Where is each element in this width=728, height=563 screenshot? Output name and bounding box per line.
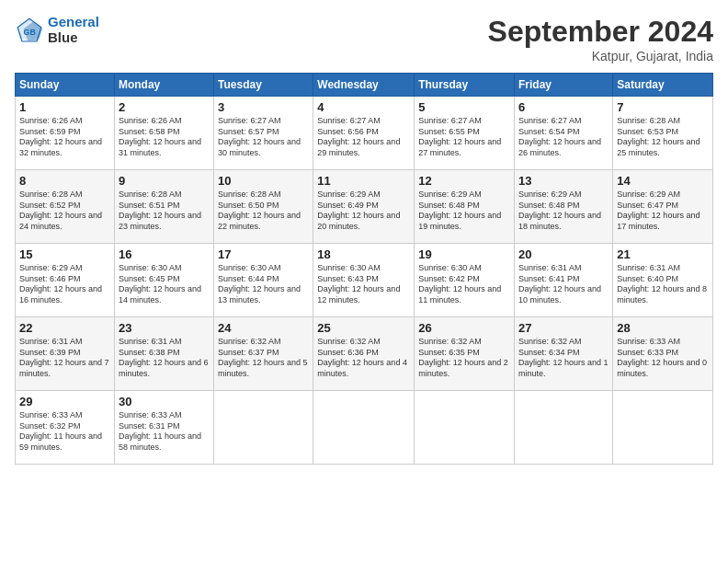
calendar-cell xyxy=(515,391,613,465)
day-info: Sunrise: 6:29 AM Sunset: 6:47 PM Dayligh… xyxy=(617,190,709,233)
logo-icon: GB xyxy=(15,16,44,45)
calendar-cell: 6 Sunrise: 6:27 AM Sunset: 6:54 PM Dayli… xyxy=(515,97,613,170)
calendar-cell: 30 Sunrise: 6:33 AM Sunset: 6:31 PM Dayl… xyxy=(114,391,213,465)
calendar-cell: 29 Sunrise: 6:33 AM Sunset: 6:32 PM Dayl… xyxy=(16,391,115,465)
day-info: Sunrise: 6:30 AM Sunset: 6:42 PM Dayligh… xyxy=(418,263,510,306)
day-info: Sunrise: 6:28 AM Sunset: 6:50 PM Dayligh… xyxy=(218,190,309,233)
calendar-cell: 21 Sunrise: 6:31 AM Sunset: 6:40 PM Dayl… xyxy=(613,244,713,317)
title-block: September 2024 Katpur, Gujarat, India xyxy=(488,15,713,63)
day-number: 13 xyxy=(518,174,609,188)
day-number: 19 xyxy=(418,247,510,261)
day-info: Sunrise: 6:27 AM Sunset: 6:56 PM Dayligh… xyxy=(317,116,410,159)
day-info: Sunrise: 6:29 AM Sunset: 6:48 PM Dayligh… xyxy=(418,190,510,233)
calendar-cell: 19 Sunrise: 6:30 AM Sunset: 6:42 PM Dayl… xyxy=(415,244,515,317)
location: Katpur, Gujarat, India xyxy=(488,49,713,63)
calendar-cell: 14 Sunrise: 6:29 AM Sunset: 6:47 PM Dayl… xyxy=(613,170,713,244)
logo-text1: General xyxy=(48,14,99,29)
calendar-cell: 17 Sunrise: 6:30 AM Sunset: 6:44 PM Dayl… xyxy=(214,244,313,317)
day-number: 24 xyxy=(218,321,309,335)
calendar-cell: 10 Sunrise: 6:28 AM Sunset: 6:50 PM Dayl… xyxy=(214,170,313,244)
day-number: 11 xyxy=(317,174,410,188)
day-number: 29 xyxy=(19,395,110,408)
day-info: Sunrise: 6:31 AM Sunset: 6:39 PM Dayligh… xyxy=(19,337,110,380)
calendar-header-monday: Monday xyxy=(114,74,213,97)
day-info: Sunrise: 6:29 AM Sunset: 6:48 PM Dayligh… xyxy=(518,190,609,233)
calendar-cell: 18 Sunrise: 6:30 AM Sunset: 6:43 PM Dayl… xyxy=(313,244,415,317)
day-info: Sunrise: 6:27 AM Sunset: 6:55 PM Dayligh… xyxy=(418,116,510,159)
calendar-cell: 22 Sunrise: 6:31 AM Sunset: 6:39 PM Dayl… xyxy=(16,317,115,391)
day-number: 23 xyxy=(119,321,210,335)
page: GB General Blue September 2024 Katpur, G… xyxy=(0,0,728,563)
calendar-cell: 20 Sunrise: 6:31 AM Sunset: 6:41 PM Dayl… xyxy=(515,244,613,317)
calendar-cell: 5 Sunrise: 6:27 AM Sunset: 6:55 PM Dayli… xyxy=(415,97,515,170)
calendar-cell: 8 Sunrise: 6:28 AM Sunset: 6:52 PM Dayli… xyxy=(16,170,115,244)
calendar-header-tuesday: Tuesday xyxy=(214,74,313,97)
calendar-cell: 7 Sunrise: 6:28 AM Sunset: 6:53 PM Dayli… xyxy=(613,97,713,170)
calendar-cell: 26 Sunrise: 6:32 AM Sunset: 6:35 PM Dayl… xyxy=(415,317,515,391)
calendar-cell: 24 Sunrise: 6:32 AM Sunset: 6:37 PM Dayl… xyxy=(214,317,313,391)
day-info: Sunrise: 6:31 AM Sunset: 6:38 PM Dayligh… xyxy=(119,337,210,380)
day-number: 20 xyxy=(518,247,609,261)
day-number: 8 xyxy=(19,174,110,188)
calendar-cell: 11 Sunrise: 6:29 AM Sunset: 6:49 PM Dayl… xyxy=(313,170,415,244)
day-number: 18 xyxy=(317,247,410,261)
day-number: 4 xyxy=(317,100,410,114)
calendar-cell: 4 Sunrise: 6:27 AM Sunset: 6:56 PM Dayli… xyxy=(313,97,415,170)
day-info: Sunrise: 6:32 AM Sunset: 6:36 PM Dayligh… xyxy=(317,337,410,380)
calendar-header-friday: Friday xyxy=(515,74,613,97)
day-info: Sunrise: 6:26 AM Sunset: 6:58 PM Dayligh… xyxy=(119,116,210,159)
day-info: Sunrise: 6:29 AM Sunset: 6:49 PM Dayligh… xyxy=(317,190,410,233)
calendar-week-row: 8 Sunrise: 6:28 AM Sunset: 6:52 PM Dayli… xyxy=(16,170,713,244)
day-number: 12 xyxy=(418,174,510,188)
day-number: 16 xyxy=(119,247,210,261)
day-info: Sunrise: 6:28 AM Sunset: 6:53 PM Dayligh… xyxy=(617,116,709,159)
day-info: Sunrise: 6:33 AM Sunset: 6:33 PM Dayligh… xyxy=(617,337,709,380)
calendar-cell: 28 Sunrise: 6:33 AM Sunset: 6:33 PM Dayl… xyxy=(613,317,713,391)
calendar-cell xyxy=(613,391,713,465)
calendar: SundayMondayTuesdayWednesdayThursdayFrid… xyxy=(15,73,713,465)
calendar-cell xyxy=(214,391,313,465)
calendar-cell: 25 Sunrise: 6:32 AM Sunset: 6:36 PM Dayl… xyxy=(313,317,415,391)
day-info: Sunrise: 6:33 AM Sunset: 6:31 PM Dayligh… xyxy=(119,410,210,454)
day-info: Sunrise: 6:27 AM Sunset: 6:54 PM Dayligh… xyxy=(518,116,609,159)
logo: GB General Blue xyxy=(15,15,99,45)
calendar-cell: 15 Sunrise: 6:29 AM Sunset: 6:46 PM Dayl… xyxy=(16,244,115,317)
day-number: 7 xyxy=(617,100,709,114)
day-number: 6 xyxy=(518,100,609,114)
calendar-header-wednesday: Wednesday xyxy=(313,74,415,97)
day-number: 3 xyxy=(218,100,309,114)
day-info: Sunrise: 6:32 AM Sunset: 6:35 PM Dayligh… xyxy=(418,337,510,380)
day-info: Sunrise: 6:31 AM Sunset: 6:41 PM Dayligh… xyxy=(518,263,609,306)
calendar-cell: 16 Sunrise: 6:30 AM Sunset: 6:45 PM Dayl… xyxy=(114,244,213,317)
calendar-cell: 9 Sunrise: 6:28 AM Sunset: 6:51 PM Dayli… xyxy=(114,170,213,244)
calendar-cell: 13 Sunrise: 6:29 AM Sunset: 6:48 PM Dayl… xyxy=(515,170,613,244)
day-number: 14 xyxy=(617,174,709,188)
calendar-week-row: 1 Sunrise: 6:26 AM Sunset: 6:59 PM Dayli… xyxy=(16,97,713,170)
day-number: 27 xyxy=(518,321,609,335)
calendar-cell: 27 Sunrise: 6:32 AM Sunset: 6:34 PM Dayl… xyxy=(515,317,613,391)
day-info: Sunrise: 6:32 AM Sunset: 6:37 PM Dayligh… xyxy=(218,337,309,380)
calendar-header-saturday: Saturday xyxy=(613,74,713,97)
calendar-cell: 1 Sunrise: 6:26 AM Sunset: 6:59 PM Dayli… xyxy=(16,97,115,170)
day-number: 21 xyxy=(617,247,709,261)
day-info: Sunrise: 6:32 AM Sunset: 6:34 PM Dayligh… xyxy=(518,337,609,380)
calendar-header-thursday: Thursday xyxy=(415,74,515,97)
day-number: 2 xyxy=(119,100,210,114)
day-number: 15 xyxy=(19,247,110,261)
calendar-cell: 23 Sunrise: 6:31 AM Sunset: 6:38 PM Dayl… xyxy=(114,317,213,391)
day-info: Sunrise: 6:30 AM Sunset: 6:43 PM Dayligh… xyxy=(317,263,410,306)
day-number: 17 xyxy=(218,247,309,261)
header: GB General Blue September 2024 Katpur, G… xyxy=(15,15,713,63)
logo-text: General Blue xyxy=(48,15,99,45)
day-info: Sunrise: 6:28 AM Sunset: 6:51 PM Dayligh… xyxy=(119,190,210,233)
day-number: 1 xyxy=(19,100,110,114)
calendar-week-row: 15 Sunrise: 6:29 AM Sunset: 6:46 PM Dayl… xyxy=(16,244,713,317)
day-info: Sunrise: 6:33 AM Sunset: 6:32 PM Dayligh… xyxy=(19,410,110,454)
calendar-week-row: 29 Sunrise: 6:33 AM Sunset: 6:32 PM Dayl… xyxy=(16,391,713,465)
day-number: 5 xyxy=(418,100,510,114)
day-number: 10 xyxy=(218,174,309,188)
calendar-header-sunday: Sunday xyxy=(16,74,115,97)
calendar-cell: 3 Sunrise: 6:27 AM Sunset: 6:57 PM Dayli… xyxy=(214,97,313,170)
calendar-cell: 12 Sunrise: 6:29 AM Sunset: 6:48 PM Dayl… xyxy=(415,170,515,244)
logo-text2: Blue xyxy=(48,29,78,45)
